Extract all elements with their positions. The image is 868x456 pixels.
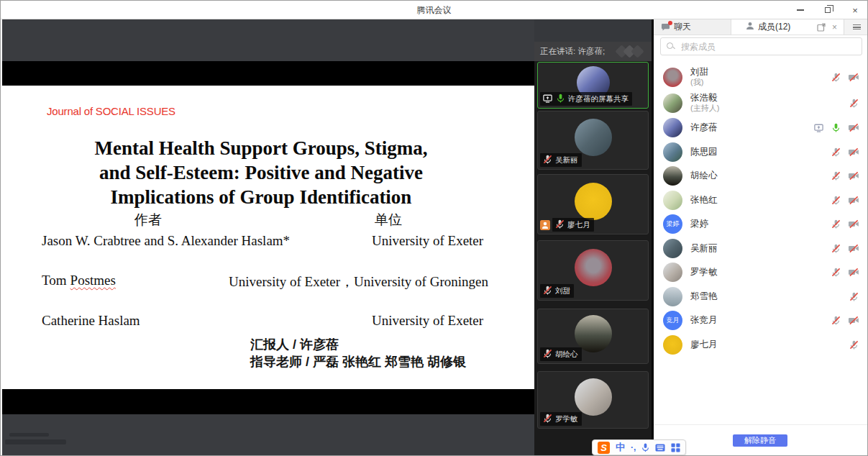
presentation-slide: Journal of SOCIAL ISSUES Mental Health S… [2, 86, 534, 389]
member-row[interactable]: 竞月张竞月 [654, 309, 868, 333]
tile-name-chip: 吴新丽 [540, 153, 582, 167]
member-info: 吴新丽 [690, 243, 718, 254]
restore-button[interactable] [823, 5, 833, 15]
slide-top-band [2, 61, 534, 86]
camera-off-icon [848, 147, 859, 158]
app-window: 腾讯会议 × Journal of SOCIAL ISSUES Mental H… [0, 0, 868, 456]
minimize-button[interactable] [795, 5, 805, 15]
member-row[interactable]: 胡绘心 [654, 164, 868, 188]
member-avatar [663, 142, 682, 162]
author-name: Jason W. Crabtree and S. Alexander Hasla… [42, 233, 290, 249]
mic-muted-icon [831, 147, 841, 158]
member-avatar [663, 335, 682, 355]
panel-menu-button[interactable] [844, 19, 868, 35]
member-info: 张竞月 [690, 315, 718, 326]
video-tile[interactable]: 罗学敏 [537, 371, 649, 429]
ime-toolbar: S 中 ·, [592, 439, 686, 455]
member-name: 胡绘心 [690, 170, 718, 181]
mic-muted-icon [542, 413, 553, 425]
close-button[interactable]: × [850, 5, 860, 15]
member-search-box [660, 37, 862, 55]
member-avatar [663, 94, 682, 113]
member-row[interactable]: 吴新丽 [654, 237, 868, 261]
mic-muted-icon [849, 98, 859, 109]
paper-title-line: Implications of Group Identification [17, 185, 506, 209]
unmute-button[interactable]: 解除静音 [733, 434, 787, 447]
author-affiliation: University of Exeter [372, 313, 483, 329]
member-name: 廖七月 [690, 339, 718, 350]
sogou-logo-icon[interactable]: S [598, 442, 610, 454]
active-speaker-bar: 正在讲话: 许彦蓓; [534, 42, 652, 61]
close-panel-icon[interactable]: × [832, 22, 837, 32]
tile-name-chip: 刘甜 [540, 284, 574, 298]
screen-share-area: Journal of SOCIAL ISSUES Mental Health S… [1, 19, 534, 456]
screen-artifact [5, 439, 66, 444]
column-header-author: 作者 [134, 211, 162, 229]
mic-on-icon [831, 122, 841, 133]
participant-avatar [575, 183, 612, 220]
chat-unread-badge [668, 21, 672, 25]
video-tile[interactable]: 吴新丽 [537, 111, 649, 170]
members-icon [746, 22, 754, 32]
tile-name-chip: 许彦蓓的屏幕共享 [540, 92, 632, 106]
mic-muted-icon [831, 315, 841, 326]
tile-label-row: 吴新丽 [540, 153, 582, 167]
member-avatar: 梁婷 [663, 214, 682, 234]
member-name: 梁婷 [690, 219, 708, 229]
member-row[interactable]: 罗学敏 [654, 260, 868, 285]
member-row[interactable]: 陈思园 [654, 140, 868, 165]
member-avatar [663, 263, 682, 282]
restore-icon [825, 7, 831, 13]
screen-artifact [9, 433, 49, 437]
chinese-mode-indicator[interactable]: 中 [616, 441, 625, 454]
member-name: 张竞月 [690, 315, 718, 326]
member-row[interactable]: 张艳红 [654, 188, 868, 213]
video-tile[interactable]: 许彦蓓的屏幕共享 [537, 62, 649, 109]
member-row[interactable]: 许彦蓓 [654, 116, 868, 140]
video-tile[interactable]: 刘甜 [537, 240, 649, 301]
tab-members[interactable]: 成员(12) × [731, 19, 844, 35]
mic-muted-icon [831, 219, 841, 229]
author-name: TomPostmes [42, 273, 116, 288]
member-name: 张浩毅 [690, 93, 719, 104]
member-row[interactable]: 梁婷梁婷 [654, 212, 868, 237]
tile-label-row: 刘甜 [540, 284, 574, 298]
camera-off-icon [848, 122, 859, 133]
popout-panel-icon[interactable] [817, 23, 826, 32]
voice-input-icon[interactable] [641, 443, 649, 452]
member-role: (我) [690, 78, 708, 87]
toolbox-grid-icon[interactable] [671, 443, 680, 452]
video-tile[interactable]: 胡绘心 [537, 309, 649, 364]
member-row[interactable]: 廖七月 [654, 333, 868, 357]
video-tile[interactable]: 廖七月 [537, 174, 649, 234]
member-name: 陈思园 [690, 147, 718, 158]
participant-avatar [575, 119, 612, 156]
author-affiliation: University of Exeter [372, 233, 483, 249]
punctuation-mode-icon[interactable]: ·, [631, 443, 636, 452]
tile-participant-name: 许彦蓓的屏幕共享 [568, 94, 629, 104]
member-row[interactable]: 郑雪艳 [654, 285, 868, 309]
camera-off-icon [848, 195, 859, 206]
camera-off-icon [848, 315, 859, 326]
tile-participant-name: 刘甜 [555, 286, 570, 296]
column-header-affiliation: 单位 [375, 211, 402, 229]
mic-muted-icon [542, 285, 553, 297]
member-row[interactable]: 张浩毅(主持人) [654, 90, 868, 116]
member-status-icons [813, 122, 859, 133]
tab-chat[interactable]: 聊天 [654, 19, 731, 35]
search-input[interactable] [680, 41, 856, 53]
tile-label-row: 罗学敏 [540, 412, 582, 426]
tile-label-row: 胡绘心 [540, 347, 582, 361]
member-info: 梁婷 [690, 219, 708, 229]
participant-avatar [575, 249, 612, 286]
member-name: 张艳红 [690, 195, 718, 206]
member-name: 吴新丽 [690, 243, 718, 254]
member-status-icons [831, 219, 859, 229]
close-icon: × [852, 5, 858, 16]
tile-name-chip: 廖七月 [552, 218, 594, 232]
active-speaker-label: 正在讲话: 许彦蓓; [540, 46, 605, 57]
tile-participant-name: 胡绘心 [555, 350, 578, 360]
camera-off-icon [848, 170, 859, 181]
soft-keyboard-icon[interactable] [655, 444, 665, 452]
member-row[interactable]: 刘甜(我) [654, 64, 868, 90]
